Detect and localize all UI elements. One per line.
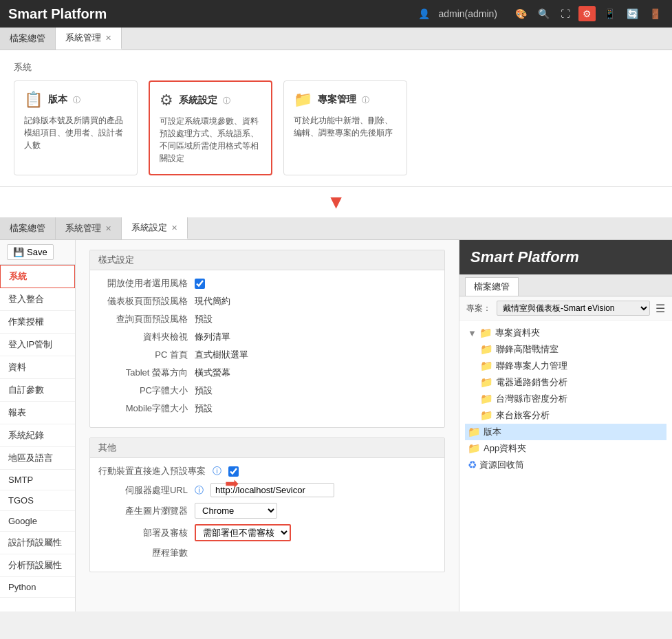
- tab-lower-system-settings-label: 系統設定: [131, 221, 167, 234]
- sidebar-item-region[interactable]: 地區及語言: [0, 447, 75, 470]
- form-row-folder-view: 資料夾檢視 條列清單: [98, 331, 436, 343]
- user-label: admin(admin): [435, 7, 500, 21]
- sidebar-item-tgos[interactable]: TGOS: [0, 490, 75, 511]
- select-deploy[interactable]: 需部署但不需審核 需部署且需審核 不需部署: [195, 524, 291, 541]
- card-system-settings-info-icon[interactable]: ⓘ: [223, 96, 230, 106]
- folder-hr-icon: 📁: [480, 360, 493, 372]
- other-section-body: 行動裝置直接進入預設專案 ⓘ 伺服器處理URL ⓘ 產生圖片瀏覽器 Chrome…: [90, 458, 444, 572]
- label-query-style: 查詢頁面預設風格: [98, 313, 188, 325]
- sidebar-item-syslog[interactable]: 系統紀錄: [0, 424, 75, 447]
- tab-upper-file-manager[interactable]: 檔案總管: [0, 28, 56, 50]
- card-system-settings[interactable]: ⚙ 系統設定 ⓘ 可設定系統環境參數、資料預設處理方式、系統語系、不同區域所需使…: [149, 80, 272, 175]
- tree-root-label: 專案資料夾: [495, 327, 540, 339]
- refresh-icon[interactable]: 🔄: [624, 7, 641, 21]
- sidebar-item-report[interactable]: 報表: [0, 402, 75, 424]
- sidebar-item-login[interactable]: 登入整合: [0, 288, 75, 311]
- card-project-mgmt-info-icon[interactable]: ⓘ: [362, 95, 369, 105]
- tree-item-county-label: 台灣縣市密度分析: [496, 393, 567, 405]
- tree-item-tourist[interactable]: 📁 來台旅客分析: [477, 407, 666, 424]
- tab-upper-system-mgmt-label: 系統管理: [65, 32, 101, 44]
- tree-item-app-folder[interactable]: 📁 App資料夾: [465, 440, 666, 457]
- folder-tourist-icon: 📁: [480, 409, 493, 422]
- sidebar-item-smtp[interactable]: SMTP: [0, 470, 75, 490]
- select-browser[interactable]: Chrome Firefox Edge: [195, 503, 277, 519]
- tab-lower-system-settings-close[interactable]: ✕: [171, 224, 177, 232]
- tab-upper-system-mgmt-close[interactable]: ✕: [105, 34, 111, 43]
- tab-lower-system-mgmt-close[interactable]: ✕: [105, 224, 111, 233]
- tab-lower-system-mgmt-label: 系統管理: [65, 222, 101, 235]
- exit-icon[interactable]: 🚪: [647, 7, 664, 21]
- card-system-settings-icon: ⚙: [160, 91, 173, 109]
- recycle-icon: ♻: [468, 459, 477, 471]
- label-deploy: 部署及審核: [98, 527, 188, 539]
- sidebar-item-data[interactable]: 資料: [0, 356, 75, 379]
- sidebar-item-python[interactable]: Python: [0, 577, 75, 598]
- right-tabs: 檔案總管: [459, 274, 672, 296]
- right-panel-toolbar: 專案： 戴情室與儀表板-Smart eVision ☰: [459, 296, 672, 321]
- label-open-style: 開放使用者選用風格: [98, 277, 188, 290]
- tree-root[interactable]: ▼ 📁 專案資料夾: [465, 325, 666, 341]
- sidebar-item-ip[interactable]: 登入IP管制: [0, 334, 75, 356]
- sidebar-item-google[interactable]: Google: [0, 511, 75, 532]
- mobile-direct-info-icon[interactable]: ⓘ: [213, 465, 221, 477]
- tree-item-war-room[interactable]: 📁 聯鋒高階戰情室: [477, 341, 666, 358]
- sidebar-item-custom-param[interactable]: 自訂參數: [0, 379, 75, 402]
- right-panel: Smart Platform 檔案總管 專案： 戴情室與儀表板-Smart eV…: [459, 240, 672, 611]
- palette-icon[interactable]: 🎨: [512, 7, 530, 21]
- sidebar-item-operation[interactable]: 作業授權: [0, 311, 75, 334]
- value-pc-home: 直式樹狀選單: [195, 349, 248, 361]
- tree-item-hr[interactable]: 📁 聯鋒專案人力管理: [477, 358, 666, 374]
- card-version[interactable]: 📋 版本 ⓘ 記錄版本號及所購買的產品模組項目、使用者、設計者人數: [14, 80, 138, 175]
- user-icon: 👤: [415, 7, 433, 21]
- tree-item-sales-label: 電器通路銷售分析: [496, 376, 567, 389]
- checkbox-open-style[interactable]: [195, 279, 205, 289]
- server-url-info-icon[interactable]: ⓘ: [195, 484, 204, 497]
- card-project-mgmt[interactable]: 📁 專案管理 ⓘ 可於此功能中新增、刪除、編輯、調整專案的先後順序: [283, 80, 407, 175]
- tab-lower-file-manager[interactable]: 檔案總管: [0, 217, 56, 239]
- arrow-right-icon: ➡: [225, 474, 239, 492]
- tab-upper-file-manager-label: 檔案總管: [10, 32, 45, 45]
- sidebar-item-design-preset[interactable]: 設計預設屬性: [0, 532, 75, 554]
- lower-tab-bar: 檔案總管 系統管理 ✕ 系統設定 ✕: [0, 217, 672, 240]
- card-version-icon: 📋: [24, 91, 43, 109]
- header-icons: 👤 admin(admin) 🎨 🔍 ⛶ ⚙ 📱 🔄 🚪: [415, 6, 664, 21]
- tree-item-recycle[interactable]: ♻ 資源回收筒: [465, 457, 666, 473]
- tab-lower-system-settings[interactable]: 系統設定 ✕: [122, 217, 188, 239]
- other-section: 其他 行動裝置直接進入預設專案 ⓘ 伺服器處理URL ⓘ 產生圖片瀏覽器: [89, 437, 445, 572]
- tab-lower-system-mgmt[interactable]: 系統管理 ✕: [56, 217, 122, 239]
- folder-war-room-icon: 📁: [480, 343, 493, 356]
- tree-collapse-icon[interactable]: ▼: [468, 328, 477, 338]
- value-mobile-font: 預設: [195, 402, 213, 415]
- label-folder-view: 資料夾檢視: [98, 331, 188, 343]
- form-row-query-style: 查詢頁面預設風格 預設: [98, 313, 436, 325]
- project-select[interactable]: 戴情室與儀表板-Smart eVision: [497, 301, 650, 316]
- gear-icon[interactable]: ⚙: [578, 6, 596, 21]
- expand-icon[interactable]: ⛶: [558, 7, 573, 21]
- value-folder-view: 條列清單: [195, 331, 230, 343]
- section-system-label: 系統: [14, 61, 658, 74]
- card-project-mgmt-icon: 📁: [294, 91, 312, 109]
- mobile-icon[interactable]: 📱: [601, 7, 618, 21]
- tab-upper-system-mgmt[interactable]: 系統管理 ✕: [56, 28, 122, 50]
- card-version-info-icon[interactable]: ⓘ: [73, 95, 80, 105]
- save-icon: 💾: [13, 247, 24, 257]
- sidebar-item-analysis-preset[interactable]: 分析預設屬性: [0, 554, 75, 577]
- format-section-body: 開放使用者選用風格 儀表板頁面預設風格 現代簡約 查詢頁面預設風格 預設 資料夾…: [90, 270, 444, 427]
- tree-item-version[interactable]: 📁 版本: [465, 424, 666, 440]
- search-icon[interactable]: 🔍: [535, 7, 552, 21]
- value-pc-font: 預設: [195, 385, 213, 397]
- tree-menu-icon[interactable]: ☰: [655, 302, 665, 315]
- tree-item-sales[interactable]: 📁 電器通路銷售分析: [477, 374, 666, 391]
- tree-item-county[interactable]: 📁 台灣縣市密度分析: [477, 391, 666, 407]
- folder-sales-icon: 📁: [480, 376, 493, 389]
- right-tab-file-manager[interactable]: 檔案總管: [465, 277, 519, 296]
- main-content: 樣式設定 開放使用者選用風格 儀表板頁面預設風格 現代簡約 查詢頁面預設風格 預…: [76, 240, 459, 611]
- form-row-mobile-direct: 行動裝置直接進入預設專案 ⓘ: [98, 465, 436, 477]
- save-button[interactable]: 💾 Save: [7, 244, 54, 260]
- tree-item-version-label: 版本: [484, 426, 501, 438]
- tree-item-recycle-label: 資源回收筒: [479, 459, 524, 471]
- sidebar-item-system[interactable]: 系統: [0, 265, 75, 288]
- card-version-header: 📋 版本 ⓘ: [24, 91, 127, 109]
- form-row-mobile-font: Mobile字體大小 預設: [98, 402, 436, 415]
- form-row-pc-font: PC字體大小 預設: [98, 385, 436, 397]
